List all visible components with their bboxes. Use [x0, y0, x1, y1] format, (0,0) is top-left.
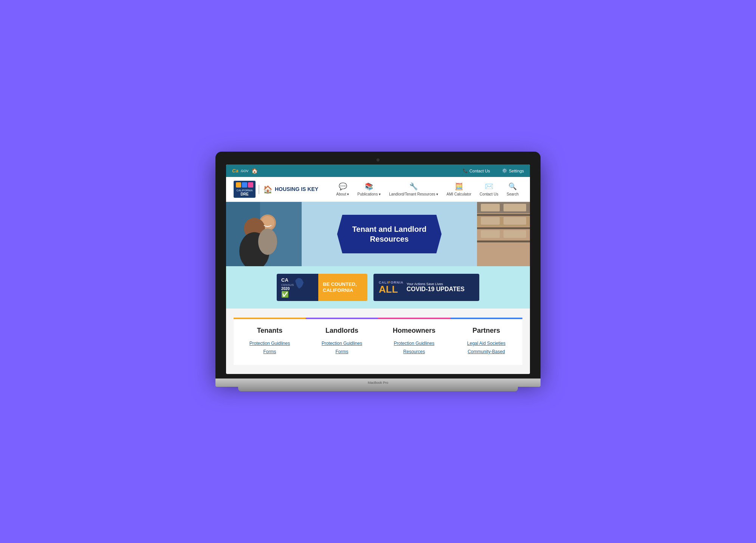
- cards-section: Tenants Protection Guidlines Forms Landl…: [226, 309, 530, 374]
- laptop-wrapper: Ca .GOV 🏠 📞 Contact Us ⚙️ Settings: [215, 152, 541, 391]
- svg-rect-9: [481, 204, 500, 211]
- nav-about-label: About ▾: [336, 192, 349, 196]
- svg-rect-10: [503, 204, 526, 211]
- site-topbar: Ca .GOV 🏠 📞 Contact Us ⚙️ Settings: [226, 164, 530, 177]
- topbar-left: Ca .GOV 🏠: [232, 168, 258, 174]
- about-icon: 💬: [339, 182, 347, 191]
- ca-logo: Ca: [232, 168, 239, 174]
- nav-landlord-label: Landlord/Tenant Resources ▾: [389, 192, 438, 196]
- covid-title: COVID-19 UPDATES: [407, 286, 465, 293]
- contact-us-label: Contact Us: [469, 169, 490, 173]
- nav-ami-calculator[interactable]: 🧮 AMI Calculator: [443, 180, 475, 199]
- covid-save-text: Your Actions Save Lives: [407, 282, 465, 286]
- covid-banner[interactable]: CALIFORNIA ALL Your Actions Save Lives C…: [373, 274, 479, 301]
- svg-point-6: [258, 228, 277, 255]
- card-landlords-title: Landlords: [312, 327, 372, 335]
- svg-rect-12: [481, 217, 500, 225]
- covid-right-text: Your Actions Save Lives COVID-19 UPDATES: [407, 282, 465, 293]
- search-icon: 🔍: [508, 182, 517, 191]
- housing-is-key-logo: 🏠 HOUSING IS KEY: [259, 185, 318, 194]
- laptop-screen: Ca .GOV 🏠 📞 Contact Us ⚙️ Settings: [226, 164, 530, 374]
- calculator-icon: 🧮: [455, 182, 463, 191]
- svg-rect-13: [503, 217, 526, 225]
- site-nav: 💬 About ▾ 📚 Publications ▾ 🔧 Landlord/Te…: [333, 180, 522, 199]
- card-tenants-title: Tenants: [240, 327, 300, 335]
- hero-title: Tenant and Landlord Resources: [352, 224, 426, 244]
- hero-title-box: Tenant and Landlord Resources: [337, 215, 442, 253]
- partners-link-2[interactable]: Community-Based: [456, 349, 516, 354]
- hero-banner: Tenant and Landlord Resources: [226, 202, 530, 266]
- hero-left-photo: [226, 202, 302, 266]
- laptop-base: [215, 379, 541, 387]
- announcements-bar: CA CENSUS 2020 ✅: [226, 266, 530, 309]
- covid-california: CALIFORNIA ALL: [379, 281, 404, 294]
- homeowners-link-1[interactable]: Protection Guidlines: [384, 341, 444, 346]
- census-right: BE COUNTED, CALIFORNIA: [318, 274, 367, 301]
- tenants-link-1[interactable]: Protection Guidlines: [240, 341, 300, 346]
- partners-link-1[interactable]: Legal Aid Societies: [456, 341, 516, 346]
- census-left: CA CENSUS 2020 ✅: [277, 274, 318, 301]
- contact-icon: ✉️: [485, 182, 493, 191]
- homeowners-link-2[interactable]: Resources: [384, 349, 444, 354]
- housing-is-key-text: HOUSING IS KEY: [275, 186, 318, 192]
- publications-icon: 📚: [365, 182, 373, 191]
- svg-rect-16: [503, 230, 526, 238]
- laptop-bezel: Ca .GOV 🏠 📞 Contact Us ⚙️ Settings: [215, 152, 541, 379]
- nav-search[interactable]: 🔍 Search: [503, 180, 522, 199]
- svg-rect-17: [477, 214, 530, 216]
- nav-contact-label: Contact Us: [480, 192, 498, 196]
- settings-topbar[interactable]: ⚙️ Settings: [502, 168, 524, 173]
- nav-ami-label: AMI Calculator: [446, 192, 471, 196]
- ca-gov-text: .GOV: [240, 169, 249, 173]
- hero-center: Tenant and Landlord Resources: [302, 215, 477, 253]
- house-icon: 🏠: [263, 185, 273, 194]
- nav-about[interactable]: 💬 About ▾: [333, 180, 353, 199]
- census-banner[interactable]: CA CENSUS 2020 ✅: [277, 274, 367, 301]
- laptop-foot: [238, 387, 518, 391]
- card-partners: Partners Legal Aid Societies Community-B…: [450, 318, 522, 365]
- svg-rect-19: [477, 240, 530, 242]
- site-logo: CALIFORNIA DRE 🏠 HOUSING IS KEY: [234, 181, 318, 198]
- card-tenants: Tenants Protection Guidlines Forms: [234, 318, 306, 365]
- nav-publications[interactable]: 📚 Publications ▾: [353, 180, 384, 199]
- landlords-link-1[interactable]: Protection Guidlines: [312, 341, 372, 346]
- tenants-link-2[interactable]: Forms: [240, 349, 300, 354]
- contact-us-topbar[interactable]: 📞 Contact Us: [457, 166, 496, 175]
- phone-icon: 📞: [463, 168, 468, 173]
- nav-landlord-tenant[interactable]: 🔧 Landlord/Tenant Resources ▾: [385, 180, 442, 199]
- svg-rect-15: [481, 230, 500, 238]
- nav-search-label: Search: [507, 192, 519, 196]
- settings-icon: ⚙️: [502, 168, 507, 173]
- site-header: CALIFORNIA DRE 🏠 HOUSING IS KEY 💬 About …: [226, 177, 530, 202]
- census-text: BE COUNTED, CALIFORNIA: [323, 281, 363, 293]
- svg-rect-18: [477, 227, 530, 229]
- card-landlords: Landlords Protection Guidlines Forms: [306, 318, 378, 365]
- card-homeowners: Homeowners Protection Guidlines Resource…: [378, 318, 450, 365]
- nav-contact[interactable]: ✉️ Contact Us: [476, 180, 502, 199]
- laptop-camera: [376, 158, 380, 161]
- landlords-link-2[interactable]: Forms: [312, 349, 372, 354]
- nav-publications-label: Publications ▾: [357, 192, 381, 196]
- dre-badge: CALIFORNIA DRE: [234, 181, 256, 198]
- census-checkmark: ✅: [281, 291, 289, 298]
- card-partners-title: Partners: [456, 327, 516, 335]
- card-homeowners-title: Homeowners: [384, 327, 444, 335]
- home-icon[interactable]: 🏠: [251, 168, 258, 174]
- resources-icon: 🔧: [409, 182, 418, 191]
- hero-right-photo: [477, 202, 530, 266]
- settings-label: Settings: [509, 169, 524, 173]
